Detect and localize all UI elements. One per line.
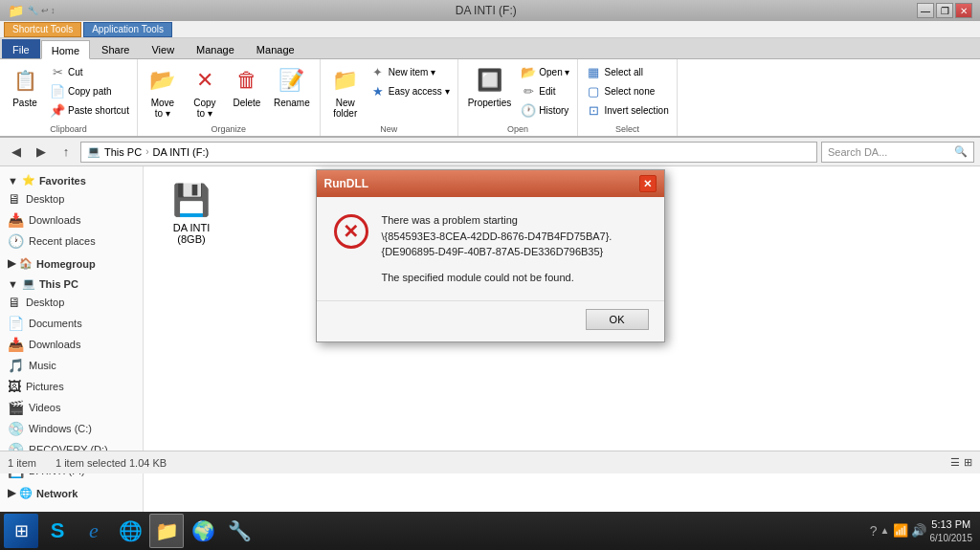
pictures-label: Pictures <box>26 381 64 392</box>
list-view-icon[interactable]: ☰ <box>950 456 960 469</box>
paste-button[interactable]: 📋 Paste <box>6 63 44 110</box>
rename-icon: 📝 <box>277 65 307 96</box>
homegroup-header[interactable]: ▶ 🏠 Homegroup <box>0 255 143 272</box>
open-button[interactable]: 📂 Open ▾ <box>519 63 571 80</box>
select-none-button[interactable]: ▢ Select none <box>584 82 670 99</box>
path-icon: 💻 <box>87 145 100 158</box>
grid-view-icon[interactable]: ⊞ <box>964 456 972 469</box>
network-icon: 🌐 <box>19 487 33 499</box>
cut-button[interactable]: ✂ Cut <box>48 63 131 80</box>
clipboard-label: Clipboard <box>50 124 87 134</box>
dialog-title: RunDLL <box>324 177 369 190</box>
tab-manage1[interactable]: Manage <box>186 39 245 58</box>
back-button[interactable]: ◀ <box>6 142 27 163</box>
sidebar-item-desktop[interactable]: 🖥 Desktop <box>0 188 143 209</box>
new-folder-button[interactable]: 📁 Newfolder <box>326 63 365 121</box>
sidebar-item-downloads2[interactable]: 📥 Downloads <box>0 334 143 355</box>
tray-expand-icon[interactable]: ▲ <box>880 525 890 536</box>
file-item-dainti[interactable]: 💾 DA INTI (8GB) <box>153 176 230 251</box>
taskbar-chrome[interactable]: 🌐 <box>113 514 147 548</box>
sidebar-item-documents[interactable]: 📄 Documents <box>0 313 143 334</box>
address-path[interactable]: 💻 This PC › DA INTI (F:) <box>80 142 817 163</box>
dialog-error-icon-container: ✕ <box>332 212 370 251</box>
copy-to-icon: ✕ <box>189 65 220 96</box>
move-to-button[interactable]: 📂 Moveto ▾ <box>144 63 182 121</box>
sidebar-item-windows[interactable]: 💿 Windows (C:) <box>0 418 143 439</box>
taskbar-app[interactable]: 🔧 <box>222 514 256 548</box>
window-icon: 📁 <box>8 3 24 18</box>
select-label: Select <box>615 124 639 134</box>
properties-icon: 🔲 <box>474 65 504 96</box>
favorites-arrow: ▼ <box>8 175 18 187</box>
path-thispc[interactable]: This PC <box>104 146 142 158</box>
browser2-icon: 🌍 <box>191 519 215 542</box>
context-tab-bar: Shortcut Tools Application Tools <box>0 21 980 38</box>
shortcut-tools-tab[interactable]: Shortcut Tools <box>4 22 81 37</box>
sidebar-item-videos[interactable]: 🎬 Videos <box>0 397 143 418</box>
window-title: DA INTI (F:) <box>56 4 917 17</box>
history-button[interactable]: 🕐 History <box>519 101 571 119</box>
homegroup-icon: 🏠 <box>19 257 33 270</box>
organize-group: 📂 Moveto ▾ ✕ Copyto ▾ 🗑 Delete 📝 Rename … <box>138 59 321 136</box>
sidebar-item-music[interactable]: 🎵 Music <box>0 355 143 376</box>
network-label: Network <box>36 488 78 499</box>
tab-view[interactable]: View <box>141 39 185 58</box>
new-item-button[interactable]: ✦ New item ▾ <box>368 63 452 80</box>
sidebar-item-downloads[interactable]: 📥 Downloads <box>0 209 143 231</box>
sidebar-item-desktop2[interactable]: 🖥 Desktop <box>0 292 143 313</box>
application-tools-tab[interactable]: Application Tools <box>83 22 172 37</box>
easy-access-button[interactable]: ★ Easy access ▾ <box>368 82 452 99</box>
tab-home[interactable]: Home <box>41 40 90 59</box>
taskbar-ie[interactable]: e <box>77 514 111 548</box>
tab-share[interactable]: Share <box>91 39 140 58</box>
music-label: Music <box>29 360 56 371</box>
open-content: 🔲 Properties 📂 Open ▾ ✏ Edit 🕐 History <box>464 63 572 122</box>
item-count: 1 item <box>8 457 36 469</box>
easy-access-icon: ★ <box>370 83 386 99</box>
system-tray-icons: ? ▲ 📶 🔊 <box>870 523 926 539</box>
minimize-button[interactable]: — <box>917 3 934 18</box>
ok-button[interactable]: OK <box>586 309 649 330</box>
select-small-buttons: ▦ Select all ▢ Select none ⊡ Invert sele… <box>584 63 670 119</box>
desktop2-label: Desktop <box>26 297 64 308</box>
path-drive[interactable]: DA INTI (F:) <box>152 146 209 158</box>
delete-button[interactable]: 🗑 Delete <box>228 63 266 110</box>
edit-icon: ✏ <box>521 83 536 99</box>
ribbon-tab-bar: File Home Share View Manage Manage <box>0 38 980 59</box>
documents-icon: 📄 <box>8 316 24 331</box>
up-button[interactable]: ↑ <box>56 142 77 163</box>
taskbar-explorer[interactable]: 📁 <box>149 514 184 548</box>
ie-icon: e <box>89 518 99 543</box>
skype-icon: S <box>51 518 65 543</box>
recent-label: Recent places <box>29 235 96 247</box>
rename-button[interactable]: 📝 Rename <box>270 63 314 110</box>
taskbar-skype[interactable]: S <box>40 514 75 548</box>
search-placeholder: Search DA... <box>828 146 887 158</box>
start-button[interactable]: ⊞ <box>4 514 38 548</box>
properties-button[interactable]: 🔲 Properties <box>464 63 516 110</box>
paste-shortcut-button[interactable]: 📌 Paste shortcut <box>48 101 131 119</box>
select-all-button[interactable]: ▦ Select all <box>584 63 670 80</box>
copy-to-button[interactable]: ✕ Copyto ▾ <box>186 63 224 121</box>
copy-path-button[interactable]: 📄 Copy path <box>48 82 131 99</box>
search-box[interactable]: Search DA... 🔍 <box>821 142 974 163</box>
edit-button[interactable]: ✏ Edit <box>519 82 571 99</box>
close-button[interactable]: ✕ <box>955 3 972 18</box>
new-folder-icon: 📁 <box>330 65 361 96</box>
move-to-icon: 📂 <box>147 65 178 96</box>
restore-button[interactable]: ❐ <box>936 3 953 18</box>
downloads2-icon: 📥 <box>8 337 24 352</box>
invert-selection-button[interactable]: ⊡ Invert selection <box>584 101 670 119</box>
tab-manage2[interactable]: Manage <box>246 39 305 58</box>
sidebar-item-pictures[interactable]: 🖼 Pictures <box>0 376 143 397</box>
network-section: ▶ 🌐 Network <box>0 485 143 501</box>
sidebar-item-recent[interactable]: 🕐 Recent places <box>0 231 143 252</box>
favorites-header[interactable]: ▼ ⭐ Favorites <box>0 172 143 188</box>
tab-file[interactable]: File <box>2 39 40 58</box>
taskbar-browser2[interactable]: 🌍 <box>186 514 220 548</box>
forward-button[interactable]: ▶ <box>31 142 52 163</box>
thispc-header[interactable]: ▼ 💻 This PC <box>0 275 143 292</box>
dialog-titlebar: RunDLL ✕ <box>317 170 664 197</box>
network-header[interactable]: ▶ 🌐 Network <box>0 485 143 501</box>
dialog-close-button[interactable]: ✕ <box>639 175 657 192</box>
